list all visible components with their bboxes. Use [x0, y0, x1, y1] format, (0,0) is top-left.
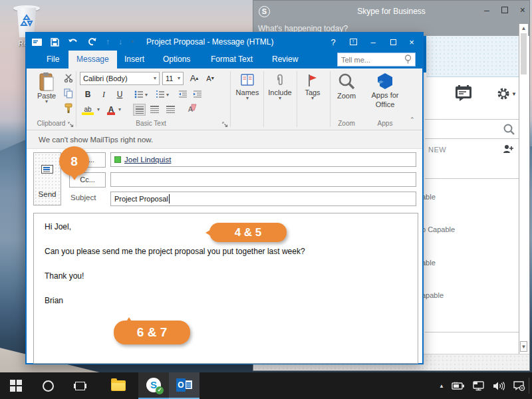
skype-settings-gear-icon[interactable] [497, 87, 510, 100]
contact-row[interactable]: able [422, 193, 436, 201]
paste-button[interactable]: Paste ▾ [33, 72, 60, 104]
bullets-icon[interactable] [134, 90, 144, 98]
font-name-combo[interactable]: Calibri (Body)▾ [80, 72, 160, 85]
maximize-button[interactable] [384, 33, 402, 51]
tab-message[interactable]: Message [68, 51, 117, 68]
skype-taskbar-icon: S ✓ [146, 378, 161, 392]
underline-button[interactable]: U [113, 88, 126, 101]
show-desktop-button[interactable] [529, 378, 529, 394]
qat-customize-caret[interactable]: ▾ [131, 40, 134, 44]
task-view-icon [75, 382, 85, 390]
tell-me-input[interactable]: Tell me... [337, 53, 416, 66]
subject-field[interactable]: Project Proposal [110, 192, 416, 206]
file-explorer-button[interactable] [105, 372, 132, 399]
basic-text-dialog-launcher[interactable] [222, 122, 228, 128]
to-field[interactable]: Joel Lindquist [110, 152, 416, 167]
outlook-taskbar-icon: O [176, 378, 192, 392]
collapse-ribbon-icon[interactable]: ⌃ [410, 116, 415, 123]
subject-value: Project Proposal [114, 195, 168, 203]
clear-formatting-icon[interactable]: A [188, 104, 200, 114]
skype-search-icon[interactable] [503, 123, 515, 136]
format-painter-icon[interactable] [64, 103, 73, 114]
contact-row[interactable]: apable [422, 291, 444, 299]
help-button[interactable]: ? [324, 33, 342, 51]
clipboard-dialog-launcher[interactable] [68, 122, 74, 128]
skype-scrollbar[interactable]: ▲ ▼ [519, 24, 528, 354]
align-left-button[interactable] [133, 104, 146, 116]
move-down-icon: ↓ [118, 37, 122, 47]
pin-ribbon-button[interactable]: ↑ [344, 33, 362, 51]
paperclip-icon [275, 74, 285, 87]
volume-icon[interactable] [493, 381, 505, 391]
task-view-button[interactable] [68, 372, 92, 399]
scroll-up-icon[interactable]: ▲ [519, 25, 528, 31]
apps-cube-icon [376, 72, 394, 90]
tab-format-text[interactable]: Format Text [203, 51, 261, 68]
copy-icon[interactable] [64, 88, 73, 98]
redo-icon[interactable] [87, 37, 97, 47]
grow-font-button[interactable]: A▴ [188, 72, 201, 85]
callout-steps-4-5: 4 & 5 [209, 223, 287, 242]
minimize-button[interactable]: – [364, 33, 382, 51]
skype-new-label: NEW [428, 146, 446, 154]
increase-indent-icon[interactable] [193, 90, 202, 98]
add-contact-icon[interactable] [502, 144, 514, 154]
action-center-icon[interactable] [513, 380, 525, 391]
recipient-name[interactable]: Joel Lindquist [124, 156, 171, 164]
cut-icon[interactable] [64, 74, 73, 82]
outlook-message-window[interactable]: ↑ ↓ ▾ Project Proposal - Message (HTML) … [25, 32, 424, 364]
body-line: Thank you! [45, 271, 407, 281]
cortana-button[interactable] [36, 372, 60, 399]
contact-row[interactable]: able [422, 259, 436, 267]
taskbar-outlook-button[interactable]: O [169, 372, 200, 399]
network-icon[interactable] [472, 381, 485, 391]
send-icon [41, 165, 53, 174]
windows-logo-icon [10, 380, 22, 392]
move-up-icon: ↑ [106, 37, 110, 47]
send-button[interactable]: Send [33, 152, 61, 205]
highlight-button[interactable]: ab [80, 103, 96, 116]
skype-meetings-icon[interactable] [454, 84, 473, 102]
lightbulb-icon [404, 55, 412, 65]
battery-icon[interactable] [452, 381, 465, 390]
bold-button[interactable]: B [81, 88, 94, 101]
apps-for-office-button[interactable]: Apps for Office [364, 72, 406, 110]
body-line: Brian [45, 296, 407, 305]
close-button[interactable]: × [402, 33, 421, 51]
settings-dropdown-caret[interactable]: ▼ [511, 91, 517, 97]
save-icon[interactable] [51, 38, 59, 47]
tags-button[interactable]: Tags ▾ [298, 74, 327, 100]
zoom-magnifier-icon [338, 72, 355, 90]
svg-text:A: A [188, 106, 193, 113]
cortana-icon [43, 380, 54, 392]
skype-close-button[interactable]: × [520, 5, 525, 15]
skype-minimize-button[interactable]: – [484, 5, 489, 15]
message-icon [32, 39, 42, 46]
scrollbar-thumb[interactable] [521, 33, 527, 74]
taskbar-skype-button[interactable]: S ✓ [138, 372, 169, 399]
names-button[interactable]: Names ▾ [233, 74, 262, 100]
scroll-down-icon[interactable]: ▼ [520, 341, 527, 352]
show-hidden-icons-button[interactable]: ▲ [439, 383, 444, 389]
undo-icon[interactable] [68, 38, 78, 47]
font-color-button[interactable]: A [105, 103, 117, 116]
numbering-icon[interactable] [156, 90, 165, 98]
decrease-indent-icon[interactable] [178, 90, 188, 98]
tab-file[interactable]: File [39, 51, 67, 68]
align-right-button[interactable] [166, 106, 175, 113]
tab-review[interactable]: Review [264, 51, 306, 68]
font-size-combo[interactable]: 11▾ [162, 72, 184, 85]
body-line: Can you please send me the project propo… [45, 247, 407, 256]
contact-row[interactable]: o Capable [422, 225, 455, 233]
include-button[interactable]: Include ▾ [265, 74, 295, 100]
italic-button[interactable]: I [97, 88, 110, 101]
shrink-font-button[interactable]: A▾ [203, 72, 217, 85]
cc-field[interactable] [110, 172, 416, 187]
zoom-button[interactable]: Zoom [331, 72, 362, 100]
paste-clipboard-icon [39, 72, 55, 92]
tab-insert[interactable]: Insert [116, 51, 152, 68]
start-button[interactable] [4, 372, 28, 399]
skype-maximize-button[interactable] [501, 7, 508, 13]
tab-options[interactable]: Options [155, 51, 198, 68]
align-center-button[interactable] [150, 106, 159, 113]
